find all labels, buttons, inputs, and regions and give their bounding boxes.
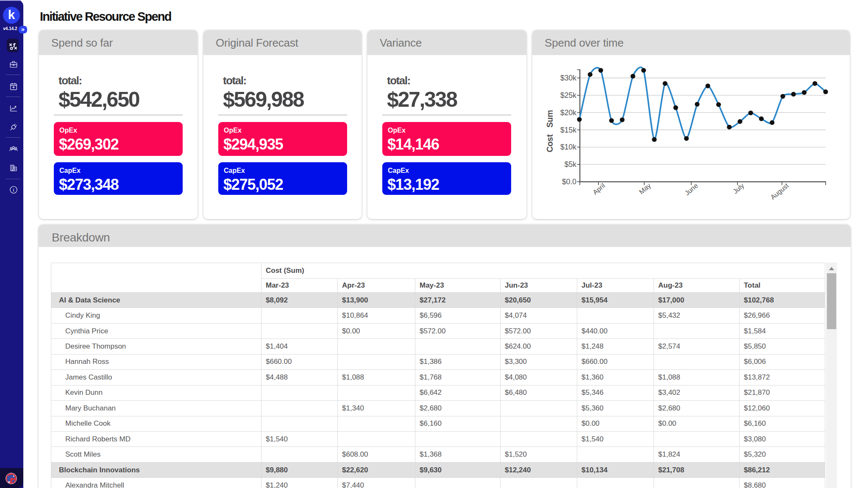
svg-text:$30k: $30k xyxy=(560,74,576,82)
svg-text:$0.0: $0.0 xyxy=(562,177,576,186)
svg-text:$15k: $15k xyxy=(560,126,576,134)
svg-text:Cost: Cost xyxy=(545,134,554,152)
svg-text:$25k: $25k xyxy=(560,91,576,100)
svg-text:$20k: $20k xyxy=(560,108,576,117)
svg-text:May: May xyxy=(638,182,652,195)
svg-text:July: July xyxy=(732,182,746,195)
svg-text:$5k: $5k xyxy=(565,160,576,169)
svg-text:August: August xyxy=(769,182,790,201)
svg-text:Sum: Sum xyxy=(545,110,554,128)
svg-text:$10k: $10k xyxy=(560,143,576,151)
svg-text:April: April xyxy=(591,182,606,196)
